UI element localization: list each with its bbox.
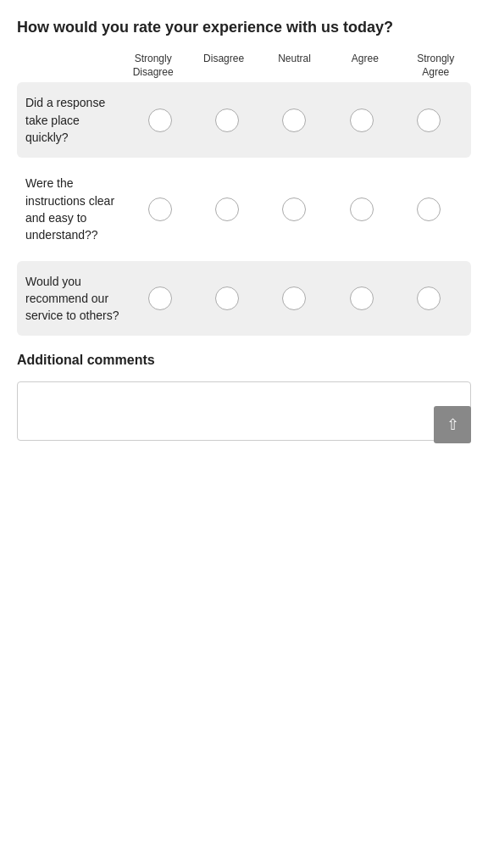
header-spacer — [17, 53, 114, 79]
radio-q1-neutral[interactable] — [282, 108, 306, 132]
question-text-q3: Would you recommend our service to other… — [25, 273, 123, 325]
radio-q1-agree[interactable] — [350, 108, 374, 132]
question-block-q1: Did a response take place quickly? — [17, 82, 471, 158]
additional-comments-section: Additional comments ⇧ — [17, 353, 471, 443]
page-title: How would you rate your experience with … — [17, 17, 471, 37]
question-block-q2: Were the instructions clear and easy to … — [17, 163, 471, 255]
questions-container: Did a response take place quickly?Were t… — [17, 82, 471, 336]
radio-q2-disagree[interactable] — [215, 198, 239, 221]
header-agree: Agree — [343, 53, 387, 79]
question-block-q3: Would you recommend our service to other… — [17, 261, 471, 337]
question-text-q1: Did a response take place quickly? — [25, 94, 123, 146]
header-strongly-disagree: StronglyDisagree — [131, 53, 175, 79]
radio-q3-neutral[interactable] — [282, 287, 306, 310]
radio-q3-disagree[interactable] — [215, 287, 239, 310]
question-text-q2: Were the instructions clear and easy to … — [25, 175, 123, 243]
radio-q1-strongly-disagree[interactable] — [148, 108, 172, 132]
question-radios-q2 — [126, 198, 463, 221]
radio-q3-agree[interactable] — [350, 287, 374, 310]
question-radios-q1 — [126, 108, 463, 132]
radio-q2-strongly-agree[interactable] — [417, 198, 441, 221]
radio-q3-strongly-agree[interactable] — [417, 287, 441, 310]
comments-textarea[interactable] — [17, 381, 471, 441]
radio-q1-strongly-agree[interactable] — [417, 108, 441, 132]
radio-q1-disagree[interactable] — [215, 108, 239, 132]
additional-comments-label: Additional comments — [17, 353, 155, 368]
question-radios-q3 — [126, 287, 463, 310]
scroll-to-top-button[interactable]: ⇧ — [434, 406, 471, 443]
header-neutral: Neutral — [272, 53, 316, 79]
radio-q2-strongly-disagree[interactable] — [148, 198, 172, 221]
header-disagree: Disagree — [202, 53, 246, 79]
rating-header: StronglyDisagree Disagree Neutral Agree … — [17, 53, 471, 79]
radio-q2-agree[interactable] — [350, 198, 374, 221]
header-strongly-agree: StronglyAgree — [413, 53, 458, 79]
radio-q2-neutral[interactable] — [282, 198, 306, 221]
header-labels: StronglyDisagree Disagree Neutral Agree … — [118, 53, 471, 79]
radio-q3-strongly-disagree[interactable] — [148, 287, 172, 310]
comments-header-row: Additional comments ⇧ — [17, 353, 471, 375]
